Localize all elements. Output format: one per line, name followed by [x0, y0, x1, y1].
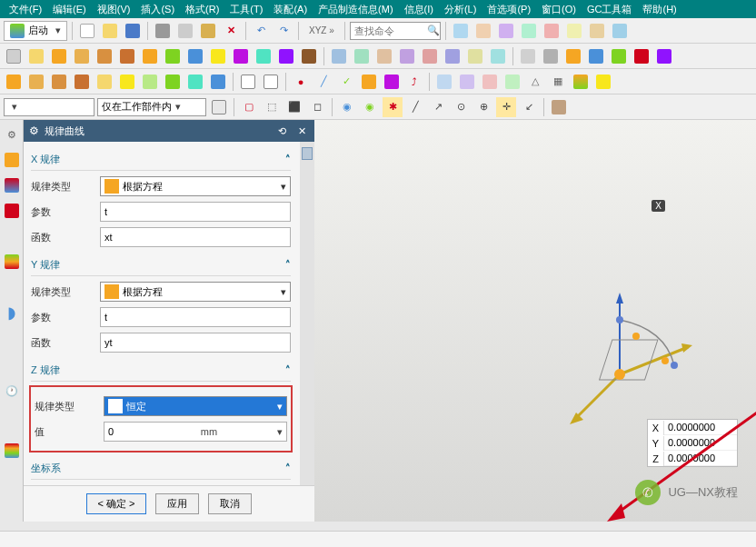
r2-btn[interactable]	[488, 46, 508, 66]
r2-btn[interactable]	[586, 46, 606, 66]
r4-btn-active[interactable]: ✛	[496, 97, 516, 117]
r3-btn[interactable]	[208, 72, 228, 92]
dock-nav4[interactable]	[3, 253, 21, 271]
menu-edit[interactable]: 编辑(E)	[53, 3, 86, 16]
r2-btn[interactable]	[352, 46, 372, 66]
y-param-input[interactable]	[100, 307, 291, 327]
undo-button[interactable]: ↶	[251, 21, 271, 41]
r2-btn[interactable]	[185, 46, 205, 66]
viewport-3d[interactable]: X X0.0000000 Y0.0000000 Z0.0000000	[314, 120, 756, 522]
z-value-field[interactable]	[108, 426, 144, 437]
menu-window[interactable]: 窗口(O)	[542, 3, 576, 16]
r4-btn[interactable]: ⊙	[451, 97, 471, 117]
menu-format[interactable]: 格式(R)	[185, 3, 219, 16]
r3-btn[interactable]	[382, 72, 402, 92]
toolbar-btn-g[interactable]	[587, 21, 607, 41]
r2-btn[interactable]	[518, 46, 538, 66]
r2-btn[interactable]	[140, 46, 160, 66]
panel-reset-button[interactable]: ⟲	[274, 124, 289, 138]
r3-btn[interactable]	[593, 72, 613, 92]
scroll-thumb[interactable]	[302, 147, 313, 160]
csys-section-header[interactable]: 坐标系 ˄	[31, 456, 291, 480]
toolbar-btn-d[interactable]	[519, 21, 539, 41]
dock-nav3[interactable]	[3, 202, 21, 220]
redo-button[interactable]: ↷	[274, 21, 293, 41]
toolbar-btn-f[interactable]	[564, 21, 584, 41]
open-file-button[interactable]	[100, 21, 120, 41]
y-rule-section-header[interactable]: Y 规律 ˄	[31, 253, 291, 276]
y-param-field[interactable]	[104, 312, 286, 323]
r4-btn[interactable]: ◉	[360, 97, 380, 117]
r3-btn[interactable]	[117, 72, 137, 92]
r4-btn[interactable]: ↙	[519, 97, 539, 117]
apply-button[interactable]: 应用	[155, 493, 199, 514]
cancel-button[interactable]: 取消	[208, 493, 252, 514]
x-param-field[interactable]	[104, 206, 286, 217]
r3-btn[interactable]	[261, 72, 281, 92]
r4-btn[interactable]: ◻	[307, 97, 327, 117]
chevron-down-icon[interactable]: ▾	[277, 426, 283, 438]
x-rule-section-header[interactable]: X 规律 ˄	[31, 147, 291, 171]
r3-btn[interactable]: ▦	[548, 72, 568, 92]
dock-history[interactable]: 🕐	[3, 382, 21, 400]
x-rule-type-combo[interactable]: 根据方程 ▾	[100, 176, 291, 196]
toolbar-btn-c[interactable]	[496, 21, 516, 41]
r4-btn[interactable]: ⬛	[284, 97, 304, 117]
r2-btn[interactable]	[609, 46, 629, 66]
r3-btn[interactable]	[140, 72, 160, 92]
r2-btn[interactable]	[443, 46, 463, 66]
toolbar-btn-a[interactable]	[451, 21, 471, 41]
copy-button[interactable]	[175, 21, 195, 41]
r3-btn[interactable]	[457, 72, 477, 92]
r4-btn[interactable]: ◉	[337, 97, 357, 117]
r3-btn[interactable]	[434, 72, 454, 92]
r2-btn[interactable]	[231, 46, 251, 66]
r2-btn[interactable]	[374, 46, 394, 66]
toolbar-btn-h[interactable]	[610, 21, 630, 41]
r2-btn[interactable]	[49, 46, 69, 66]
r3-btn[interactable]: △	[525, 72, 545, 92]
menu-info[interactable]: 信息(I)	[404, 3, 433, 16]
r2-btn[interactable]	[276, 46, 296, 66]
z-value-input[interactable]: mm ▾	[104, 422, 287, 442]
save-button[interactable]	[123, 21, 143, 41]
r4-btn[interactable]: ╱	[405, 97, 425, 117]
menu-help[interactable]: 帮助(H)	[642, 3, 676, 16]
r2-btn[interactable]	[163, 46, 183, 66]
toolbar-btn-b[interactable]	[473, 21, 493, 41]
r3-btn[interactable]	[571, 72, 591, 92]
r3-btn[interactable]: ╱	[313, 72, 333, 92]
dock-nav2[interactable]	[3, 176, 21, 194]
command-search-input[interactable]	[354, 25, 427, 36]
r3-btn[interactable]	[163, 72, 183, 92]
command-search[interactable]: 🔍	[350, 22, 441, 40]
r3-btn[interactable]	[359, 72, 379, 92]
r2-btn[interactable]	[654, 46, 674, 66]
r3-btn[interactable]	[94, 72, 114, 92]
r3-btn[interactable]: ●	[291, 72, 311, 92]
r4-btn[interactable]	[209, 97, 229, 117]
r2-btn[interactable]	[208, 46, 228, 66]
r2-btn[interactable]	[465, 46, 485, 66]
r3-btn[interactable]	[502, 72, 522, 92]
toolbar-btn-e[interactable]	[542, 21, 562, 41]
r3-btn[interactable]	[238, 72, 258, 92]
r2-btn[interactable]	[541, 46, 561, 66]
r4-btn[interactable]: ⊕	[473, 97, 493, 117]
r2-btn[interactable]	[299, 46, 319, 66]
dock-nav[interactable]	[3, 151, 21, 169]
r3-btn[interactable]	[26, 72, 46, 92]
menu-pmi[interactable]: 产品制造信息(M)	[318, 3, 393, 16]
r2-btn[interactable]	[254, 46, 274, 66]
menu-file[interactable]: 文件(F)	[9, 3, 42, 16]
scope-combo[interactable]: 仅在工作部件内▾	[97, 98, 206, 116]
filter-combo-1[interactable]: ▾	[4, 98, 94, 116]
menu-analysis[interactable]: 分析(L)	[444, 3, 476, 16]
cut-button[interactable]	[153, 21, 173, 41]
r2-btn[interactable]	[26, 46, 46, 66]
r3-btn[interactable]	[185, 72, 205, 92]
r2-btn[interactable]	[397, 46, 417, 66]
dock-color[interactable]	[3, 442, 21, 460]
menu-insert[interactable]: 插入(S)	[141, 3, 174, 16]
r2-btn[interactable]	[420, 46, 440, 66]
